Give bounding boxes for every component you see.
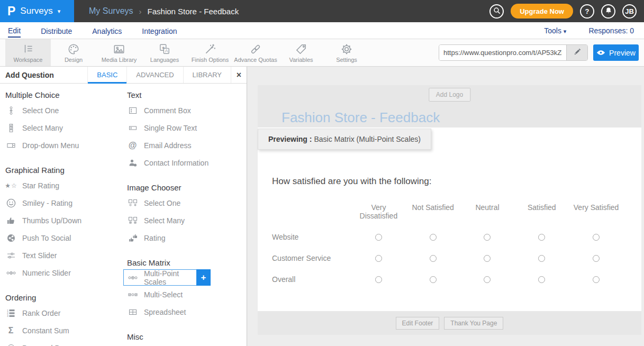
nav-tab[interactable]: Distribute — [41, 24, 72, 37]
previewing-value: Basic Matrix (Multi-Point Scales) — [314, 135, 421, 143]
previewing-label: Previewing : — [268, 135, 312, 143]
section-title: Graphical Rating — [5, 166, 122, 175]
edit-url-button[interactable] — [566, 45, 587, 60]
radio-button[interactable] — [430, 255, 437, 262]
search-button[interactable] — [489, 4, 504, 19]
close-panel-button[interactable]: × — [231, 67, 247, 83]
bell-icon — [605, 7, 612, 16]
comment-box-icon — [127, 106, 139, 115]
question-type-item[interactable]: Drag and Drop + — [5, 339, 122, 346]
question-type-item[interactable]: Contact Information + — [127, 154, 242, 171]
matrix-column-label: Satisfied — [514, 203, 569, 220]
breadcrumb: My Surveys › Fashion Store - Feedback — [89, 6, 239, 16]
question-type-item[interactable]: ★☆ Star Rating + — [5, 177, 122, 194]
toolbar-item[interactable]: Variables — [278, 39, 324, 66]
breadcrumb-my-surveys[interactable]: My Surveys — [89, 6, 133, 16]
product-name: Surveys — [20, 6, 52, 16]
share-icon — [5, 234, 17, 242]
toolbar-item[interactable]: Finish Options — [187, 39, 233, 66]
question-type-item[interactable]: Select One + — [5, 102, 122, 119]
question-type-item[interactable]: Multi-Point Scales + — [123, 269, 197, 286]
toolbar-item[interactable]: Advance Quotas — [233, 39, 278, 66]
responses-count[interactable]: Responses: 0 — [588, 26, 634, 35]
matrix-header: Very Dissatisfied Not Satisfied Neutral … — [272, 203, 623, 220]
nav-tab[interactable]: Analytics — [92, 24, 122, 37]
toolbar-item[interactable]: ★A Languages — [142, 39, 187, 66]
radio-button[interactable] — [430, 276, 437, 283]
question-type-item[interactable]: Text Slider + — [5, 247, 122, 264]
thank-you-page-button[interactable]: Thank You Page — [444, 317, 503, 330]
panel-tab[interactable]: ADVANCED — [126, 67, 183, 83]
rank-order-icon: 123 — [5, 309, 17, 317]
notifications-button[interactable] — [601, 4, 615, 19]
radio-button[interactable] — [375, 276, 382, 283]
toolbar-item[interactable]: Workspace — [5, 39, 51, 66]
section-misc: Misc — [127, 332, 242, 341]
question-type-item[interactable]: @ Email Address + — [127, 136, 242, 154]
question-type-item[interactable]: 123 Rank Order + — [5, 304, 122, 322]
question-type-item[interactable]: Σ Constant Sum + — [5, 322, 122, 339]
question-type-item[interactable]: Smiley - Rating + — [5, 194, 122, 212]
radio-button[interactable] — [593, 276, 600, 283]
add-question-header: Add Question BASIC ADVANCED LIBRARY × — [0, 67, 247, 84]
matrix-column-label: Neutral — [460, 203, 515, 220]
section-ordering: Ordering 123 Rank Order + Σ — [5, 293, 122, 346]
question-type-item[interactable]: Comment Box + — [127, 102, 242, 119]
preview-button[interactable]: Preview — [593, 44, 639, 61]
toolbar-item[interactable]: Design — [51, 39, 96, 66]
radio-button[interactable] — [375, 255, 382, 262]
add-question-button[interactable]: + — [196, 269, 211, 286]
question-type-item[interactable]: Multi-Select + — [127, 286, 242, 303]
question-type-item[interactable]: Push To Social + — [5, 229, 122, 247]
panel-tab[interactable]: BASIC — [87, 67, 126, 83]
dropdown-icon — [5, 141, 17, 150]
questionpro-logo-icon: P — [7, 5, 15, 17]
image-rating-icon — [127, 234, 139, 242]
matrix-row-label: Website — [272, 233, 351, 241]
radio-button[interactable] — [484, 276, 491, 283]
matrix-row: Overall — [272, 269, 623, 290]
add-logo-button[interactable]: Add Logo — [429, 88, 470, 102]
top-bar: P Surveys ▾ My Surveys › Fashion Store -… — [0, 0, 644, 22]
help-button[interactable]: ? — [580, 4, 594, 19]
radio-button[interactable] — [430, 234, 437, 241]
question-text[interactable]: How satisfied are you with the following… — [272, 176, 641, 187]
question-type-item[interactable]: Spreadsheet + — [127, 303, 242, 321]
upgrade-now-button[interactable]: Upgrade Now — [511, 4, 573, 19]
tools-menu[interactable]: Tools ▾ — [544, 26, 566, 35]
radio-button[interactable] — [593, 255, 600, 262]
at-icon: @ — [127, 141, 139, 150]
survey-url-input[interactable] — [439, 45, 566, 60]
radio-button[interactable] — [484, 255, 491, 262]
radio-button[interactable] — [538, 234, 545, 241]
question-type-item[interactable]: Select Many + — [5, 119, 122, 136]
toolbar-item[interactable]: Media Library — [96, 39, 142, 66]
question-type-item[interactable]: Single Row Text + — [127, 119, 242, 136]
eye-icon — [596, 49, 605, 57]
radio-button[interactable] — [484, 234, 491, 241]
toolbar-item[interactable]: Settings — [324, 39, 369, 66]
edit-footer-button[interactable]: Edit Footer — [396, 317, 440, 330]
radio-button[interactable] — [593, 234, 600, 241]
question-type-item[interactable]: Select Many + — [127, 212, 242, 229]
nav-tab[interactable]: Edit — [8, 23, 21, 38]
app-logo[interactable]: P Surveys ▾ — [0, 0, 74, 22]
survey-title[interactable]: Fashion Store - Feedback — [282, 110, 440, 126]
question-type-item[interactable]: Drop-down Menu + — [5, 136, 122, 154]
survey-preview-stage: Add Logo Fashion Store - Feedback Previe… — [247, 67, 644, 346]
radio-button[interactable] — [538, 255, 545, 262]
matrix-header-spacer — [272, 203, 351, 204]
workspace-icon — [22, 43, 34, 56]
question-type-item[interactable]: Select One + — [127, 194, 242, 212]
survey-toolbar: Workspace Design Media Library ★A Langua… — [0, 39, 644, 67]
radio-button[interactable] — [375, 234, 382, 241]
question-type-item[interactable]: Rating + — [127, 229, 242, 247]
nav-tab[interactable]: Integration — [142, 24, 177, 37]
question-type-item[interactable]: Numeric Slider + — [5, 264, 122, 281]
avatar[interactable]: JB — [622, 4, 637, 19]
advance-quotas-icon — [249, 43, 262, 56]
radio-button[interactable] — [538, 276, 545, 283]
toolbar-items: Workspace Design Media Library ★A Langua… — [5, 39, 369, 66]
question-type-item[interactable]: Thumbs Up/Down + — [5, 212, 122, 229]
panel-tab[interactable]: LIBRARY — [183, 67, 231, 83]
